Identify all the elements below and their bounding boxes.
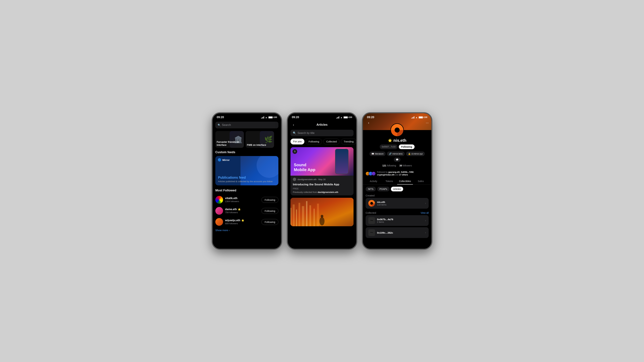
tab-following[interactable]: Following xyxy=(306,139,322,144)
article-card-2[interactable] xyxy=(290,198,354,226)
phone-3-screen: 09:20 ▲ 100 xyxy=(363,113,431,249)
nft-name-2: 0x109c...382c xyxy=(377,231,425,234)
nft-thumb-2: 〜 xyxy=(368,229,375,236)
tab-trending[interactable]: Trending xyxy=(341,139,356,144)
phone-2: 09:20 ▲ 100 xyxy=(287,112,357,250)
user-name-1: vitalik.eth xyxy=(225,197,238,200)
nft-row-2[interactable]: 〜 0x109c...382c › xyxy=(366,227,429,238)
nft-count-1: 2 items xyxy=(377,221,425,223)
battery-1: 100 xyxy=(268,116,277,118)
article-image-1: S SoundMobile App xyxy=(290,147,354,176)
svg-rect-9 xyxy=(317,204,319,226)
phones-container: 09:20 ▲ 100 xyxy=(205,106,439,256)
user-row-3: wijuwiju.eth ⭐ 689 followers Following xyxy=(213,216,281,227)
filter-poaps[interactable]: POAPs xyxy=(377,187,390,191)
status-time-2: 09:20 xyxy=(292,116,299,119)
battery-2: 100 xyxy=(344,116,352,118)
signal-icon-2 xyxy=(336,116,339,118)
tag-chat[interactable]: 💬 xyxy=(394,157,400,162)
tag-d-mirror[interactable]: 🔒 d.mirror.xyz xyxy=(406,151,425,156)
followed-avatars xyxy=(366,172,376,176)
story-text-1: Farcaster friends on Interface xyxy=(215,139,244,148)
signal-icon-1 xyxy=(261,116,264,118)
profile-tab-safes[interactable]: Safes xyxy=(413,178,429,185)
svg-rect-2 xyxy=(293,204,295,226)
user-row-1: vitalik.eth 1304 followers Following xyxy=(213,194,281,205)
profile-back-btn[interactable]: ‹ xyxy=(366,120,372,126)
profile-tab-collectibles[interactable]: Collectibles xyxy=(397,178,413,185)
filter-articles[interactable]: Articles xyxy=(391,187,403,191)
profile-following-badge[interactable]: Following xyxy=(399,144,414,149)
article-image-2 xyxy=(290,198,354,226)
followed-avatar-3 xyxy=(372,172,376,176)
story-card-2[interactable]: 🌿 FWB on Interface xyxy=(246,131,274,148)
status-bar-1: 09:20 ▲ 100 xyxy=(213,113,281,120)
phone-2-screen: 09:20 ▲ 100 xyxy=(288,113,356,249)
profile-tab-activity[interactable]: Activity xyxy=(366,178,381,185)
articles-search[interactable]: 🔍 Search by title xyxy=(290,130,354,136)
battery-3: 100 xyxy=(418,116,427,118)
user-followers-2: 758 followers xyxy=(225,211,238,214)
profile-star-icon: ⭐ xyxy=(388,138,392,142)
svg-rect-1 xyxy=(290,208,292,226)
tab-collected[interactable]: Collected xyxy=(323,139,340,144)
svg-rect-4 xyxy=(298,203,300,226)
back-button-2[interactable]: ‹ xyxy=(290,122,296,128)
wifi-icon-2: ▲ xyxy=(340,116,342,119)
article-meta-1: davidgreenstein.eth · May 16 xyxy=(290,176,354,182)
phone-mockup-img xyxy=(335,149,348,174)
show-more-btn[interactable]: Show more › xyxy=(213,227,281,233)
chevron-right-1: › xyxy=(425,202,426,205)
more-icon: ··· xyxy=(426,121,429,124)
search-placeholder-1: Search xyxy=(222,123,231,127)
feed-title: Publications feed xyxy=(218,176,276,179)
stories-row: 🏛️ Farcaster friends on Interface 🌿 FWB … xyxy=(213,131,281,150)
chevron-right-3: › xyxy=(425,231,426,234)
profile-tab-tokens[interactable]: Tokens xyxy=(381,178,397,185)
collected-label: Collected xyxy=(366,211,376,214)
followed-by-row: Followed by gaurang.eth, 0x6f4b...7458,c… xyxy=(363,171,431,178)
svg-rect-5 xyxy=(302,206,304,226)
tag-literature[interactable]: 📖 literature xyxy=(370,151,386,156)
status-icons-3: ▲ 100 xyxy=(412,116,427,119)
following-btn-1[interactable]: Following xyxy=(262,197,278,203)
user-name-2: dame.eth xyxy=(225,208,237,211)
status-bar-2: 09:20 ▲ 100 xyxy=(288,113,356,120)
user-followers-1: 1304 followers xyxy=(225,200,239,203)
nft-name-1: 0x067b...4a76 xyxy=(377,218,425,221)
mirror-feed-card[interactable]: 🔵 Mirror Publications feed Articles publ… xyxy=(215,156,278,185)
view-all-btn[interactable]: View all xyxy=(420,212,429,214)
wifi-icon-1: ▲ xyxy=(265,116,267,119)
followers-count: 38 xyxy=(400,164,402,167)
search-bar-1[interactable]: 🔍 Search xyxy=(215,122,278,128)
following-btn-2[interactable]: Following xyxy=(262,208,278,214)
signal-icon-3 xyxy=(412,116,414,118)
more-options-btn[interactable]: ··· xyxy=(426,121,429,125)
articles-title: Articles xyxy=(316,123,328,126)
avatar-wijuwiju xyxy=(215,218,223,226)
collection-name-nis: nis.eth xyxy=(377,201,425,203)
status-bar-3: 09:20 ▲ 100 xyxy=(363,113,431,120)
star-badge-2: ⭐ xyxy=(238,208,241,211)
user-row-2: dame.eth ⭐ 758 followers Following xyxy=(213,205,281,216)
profile-badges: 0x5507...7c33 Following xyxy=(366,144,429,149)
profile-avatar xyxy=(390,123,404,137)
collection-count-nis: 118 items xyxy=(377,203,425,206)
phone-3: 09:20 ▲ 100 xyxy=(362,112,432,250)
created-collection-row[interactable]: nis.eth 118 items › xyxy=(366,198,429,209)
back-icon-2: ‹ xyxy=(293,123,294,127)
address-badge[interactable]: 0x5507...7c33 xyxy=(380,144,398,149)
svg-point-10 xyxy=(320,217,324,225)
following-btn-3[interactable]: Following xyxy=(262,219,278,225)
nft-row-1[interactable]: 〜 0x067b...4a76 2 items › xyxy=(366,215,429,226)
status-icons-2: ▲ 100 xyxy=(336,116,352,119)
filter-nfts[interactable]: NFTs xyxy=(366,187,376,191)
profile-tabs: Activity Tokens Collectibles Safes xyxy=(363,178,431,185)
tab-for-you[interactable]: For you xyxy=(290,139,304,144)
profile-stats: 121 following 38 followers xyxy=(366,164,429,167)
article-card-1[interactable]: S SoundMobile App davidgreenstein.eth · … xyxy=(290,147,354,195)
story-card-1[interactable]: 🏛️ Farcaster friends on Interface xyxy=(215,131,244,148)
svg-rect-3 xyxy=(296,210,297,226)
svg-rect-8 xyxy=(314,209,314,226)
tag-mirror-lens[interactable]: 🔗 mirror.lens xyxy=(387,151,405,156)
